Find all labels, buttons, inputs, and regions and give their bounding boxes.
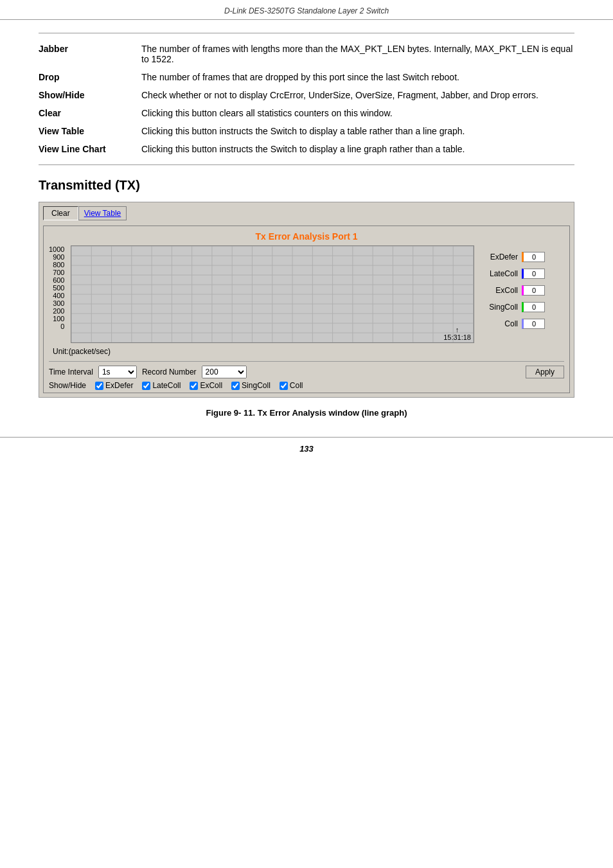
term-viewlinechart: View Line Chart: [39, 144, 141, 154]
checkbox-singcoll-input[interactable]: [231, 382, 240, 390]
checkbox-excoll[interactable]: ExColl: [190, 381, 222, 390]
legend-latecoll-label: LateColl: [481, 269, 518, 278]
time-label: 15:31:18: [443, 333, 471, 341]
desc-viewlinechart: Clicking this button instructs the Switc…: [141, 144, 574, 154]
desc-showhide: Check whether or not to display CrcError…: [141, 90, 574, 100]
page-number: 133: [299, 444, 314, 454]
legend-coll: Coll 0: [481, 319, 564, 329]
legend-excoll-value: 0: [522, 285, 545, 296]
legend-singcoll-value: 0: [522, 302, 545, 312]
term-jabber: Jabber: [39, 44, 141, 64]
checkbox-exdefer-label: ExDefer: [105, 381, 133, 390]
y-label-400: 400: [53, 292, 64, 299]
y-label-1000: 1000: [49, 245, 64, 253]
checkbox-coll[interactable]: Coll: [280, 381, 303, 390]
arrow-up-icon: ↑: [443, 326, 471, 333]
legend-exdefer-value: 0: [522, 252, 545, 262]
def-row-viewtable: View Table Clicking this button instruct…: [39, 122, 574, 140]
toolbar: Clear View Table: [43, 206, 570, 220]
y-label-700: 700: [53, 269, 64, 276]
def-row-clear: Clear Clicking this button clears all st…: [39, 104, 574, 122]
term-drop: Drop: [39, 72, 141, 82]
y-label-500: 500: [53, 284, 64, 292]
checkbox-excoll-input[interactable]: [190, 382, 198, 390]
legend-excoll: ExColl 0: [481, 285, 564, 296]
definition-table: Jabber The number of frames with lengths…: [39, 33, 574, 165]
chart-area: 1000 900 800 700 600 500 400 300 200 100…: [49, 245, 564, 343]
y-label-200: 200: [53, 307, 64, 315]
checkbox-coll-input[interactable]: [280, 382, 288, 390]
y-axis-labels: 1000 900 800 700 600 500 400 300 200 100…: [49, 245, 64, 343]
time-interval-select[interactable]: 1s 2s 5s: [98, 366, 137, 378]
def-row-jabber: Jabber The number of frames with lengths…: [39, 40, 574, 68]
page-header: D-Link DES-3250TG Standalone Layer 2 Swi…: [0, 0, 613, 20]
legend-latecoll: LateColl 0: [481, 269, 564, 279]
legend-latecoll-value: 0: [522, 269, 545, 279]
checkbox-singcoll-label: SingColl: [242, 381, 271, 390]
checkbox-latecoll[interactable]: LateColl: [142, 381, 181, 390]
view-table-button[interactable]: View Table: [78, 206, 127, 220]
unit-label: Unit:(packet/sec): [53, 347, 564, 356]
chart-legend: ExDefer 0 LateColl 0 ExColl 0 SingColl 0: [481, 245, 564, 343]
term-viewtable: View Table: [39, 126, 141, 136]
time-interval-label: Time Interval: [49, 368, 93, 376]
showhide-row: Show/Hide ExDefer LateColl ExColl SingCo…: [49, 381, 564, 390]
desc-drop: The number of frames that are dropped by…: [141, 72, 574, 82]
legend-exdefer: ExDefer 0: [481, 252, 564, 262]
checkbox-latecoll-input[interactable]: [142, 382, 150, 390]
def-row-drop: Drop The number of frames that are dropp…: [39, 68, 574, 86]
tx-panel: Clear View Table Tx Error Analysis Port …: [39, 202, 574, 398]
section-title: Transmitted (TX): [39, 178, 574, 193]
def-row-showhide: Show/Hide Check whether or not to displa…: [39, 86, 574, 104]
term-clear: Clear: [39, 108, 141, 118]
record-number-select[interactable]: 200 100 50: [202, 366, 247, 378]
legend-excoll-label: ExColl: [481, 286, 518, 295]
checkbox-exdefer[interactable]: ExDefer: [95, 381, 133, 390]
y-label-900: 900: [53, 253, 64, 261]
checkbox-coll-label: Coll: [290, 381, 303, 390]
record-number-label: Record Number: [142, 368, 197, 376]
checkbox-singcoll[interactable]: SingColl: [231, 381, 271, 390]
def-row-viewlinechart: View Line Chart Clicking this button ins…: [39, 140, 574, 158]
chart-title: Tx Error Analysis Port 1: [49, 231, 564, 242]
desc-jabber: The number of frames with lengths more t…: [141, 44, 574, 64]
legend-exdefer-label: ExDefer: [481, 252, 518, 261]
desc-clear: Clicking this button clears all statisti…: [141, 108, 574, 118]
y-label-600: 600: [53, 276, 64, 284]
y-label-100: 100: [53, 315, 64, 323]
checkbox-exdefer-input[interactable]: [95, 382, 103, 390]
checkbox-excoll-label: ExColl: [200, 381, 222, 390]
checkbox-latecoll-label: LateColl: [152, 381, 181, 390]
apply-button[interactable]: Apply: [526, 366, 564, 378]
clear-button[interactable]: Clear: [43, 206, 78, 220]
chart-grid: ↑ 15:31:18: [71, 245, 474, 343]
grid-svg: [71, 246, 474, 342]
term-showhide: Show/Hide: [39, 90, 141, 100]
showhide-label: Show/Hide: [49, 381, 86, 390]
y-label-800: 800: [53, 261, 64, 269]
legend-coll-value: 0: [522, 319, 545, 329]
y-label-0: 0: [60, 323, 64, 330]
legend-singcoll-label: SingColl: [481, 303, 518, 312]
figure-caption: Figure 9- 11. Tx Error Analysis window (…: [39, 408, 574, 418]
legend-coll-label: Coll: [481, 319, 518, 328]
legend-singcoll: SingColl 0: [481, 302, 564, 312]
y-label-300: 300: [53, 299, 64, 307]
controls-row: Time Interval 1s 2s 5s Record Number 200…: [49, 361, 564, 378]
desc-viewtable: Clicking this button instructs the Switc…: [141, 126, 574, 136]
chart-container: Tx Error Analysis Port 1 1000 900 800 70…: [43, 226, 570, 393]
